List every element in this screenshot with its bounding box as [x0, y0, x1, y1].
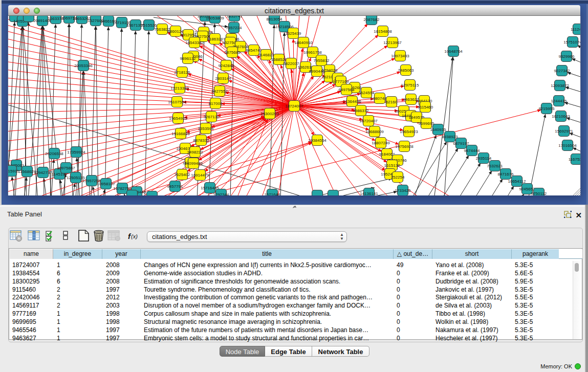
- svg-text:1292344: 1292344: [213, 192, 229, 196]
- svg-text:8878332: 8878332: [193, 138, 209, 143]
- svg-text:21364436: 21364436: [343, 99, 361, 104]
- svg-text:8427552: 8427552: [211, 89, 228, 94]
- svg-text:18640910: 18640910: [294, 40, 313, 45]
- svg-text:9750112: 9750112: [531, 191, 547, 196]
- svg-text:8186328: 8186328: [207, 37, 223, 41]
- svg-text:17016504: 17016504: [558, 143, 577, 148]
- svg-text:12975115: 12975115: [401, 83, 420, 87]
- svg-text:7632621: 7632621: [487, 164, 503, 168]
- svg-text:15692971: 15692971: [555, 129, 573, 134]
- svg-text:3498222: 3498222: [187, 150, 203, 155]
- svg-text:9115460: 9115460: [418, 105, 433, 110]
- svg-text:18807249: 18807249: [372, 141, 390, 145]
- svg-text:1835741: 1835741: [226, 16, 243, 18]
- svg-text:252254: 252254: [391, 175, 405, 180]
- svg-text:14136141: 14136141: [360, 191, 378, 196]
- svg-text:1112480: 1112480: [571, 27, 580, 32]
- svg-text:9146821: 9146821: [258, 53, 274, 57]
- svg-text:9777169: 9777169: [333, 79, 349, 84]
- svg-text:19384554: 19384554: [308, 138, 326, 143]
- svg-text:10975867: 10975867: [57, 166, 75, 170]
- svg-text:2087682: 2087682: [363, 17, 380, 22]
- svg-text:10958107: 10958107: [97, 182, 115, 186]
- svg-text:9457791: 9457791: [167, 184, 183, 189]
- svg-text:10654112: 10654112: [508, 179, 527, 184]
- svg-text:16053809: 16053809: [206, 16, 224, 20]
- svg-text:8813054: 8813054: [266, 17, 282, 21]
- svg-text:3267130: 3267130: [203, 115, 220, 119]
- svg-text:9896132: 9896132: [180, 56, 196, 61]
- svg-text:19166825: 19166825: [171, 132, 190, 136]
- svg-text:20206538: 20206538: [45, 151, 63, 156]
- svg-text:1244415: 1244415: [551, 99, 567, 103]
- svg-text:18724007: 18724007: [285, 104, 303, 108]
- svg-text:1640935: 1640935: [430, 127, 446, 132]
- svg-text:2718126: 2718126: [174, 70, 190, 75]
- svg-text:7485063: 7485063: [398, 68, 414, 73]
- svg-text:16154808: 16154808: [374, 29, 392, 34]
- svg-text:8215955: 8215955: [538, 106, 555, 111]
- svg-text:5875685: 5875685: [224, 50, 241, 55]
- svg-text:12093872: 12093872: [551, 83, 569, 88]
- svg-text:1733426: 1733426: [395, 188, 411, 193]
- svg-text:1353594: 1353594: [198, 126, 214, 131]
- svg-text:7625402: 7625402: [174, 172, 190, 177]
- svg-text:16914479: 16914479: [191, 173, 209, 178]
- svg-text:15720407: 15720407: [359, 119, 378, 123]
- svg-text:10688609: 10688609: [365, 129, 384, 134]
- svg-text:1167533: 1167533: [569, 157, 580, 162]
- svg-text:19654923: 19654923: [400, 129, 418, 134]
- svg-text:9242848: 9242848: [218, 63, 234, 68]
- svg-text:17359924: 17359924: [67, 150, 85, 155]
- svg-text:12213967: 12213967: [383, 40, 402, 45]
- svg-text:9329966: 9329966: [558, 54, 575, 59]
- svg-text:6879197: 6879197: [453, 141, 469, 146]
- svg-text:14099489: 14099489: [184, 161, 203, 166]
- svg-text:7986372: 7986372: [353, 108, 369, 113]
- svg-text:19756928: 19756928: [395, 144, 413, 149]
- svg-text:1615132: 1615132: [384, 163, 400, 168]
- svg-text:7857224: 7857224: [226, 26, 242, 30]
- svg-text:62160: 62160: [386, 100, 398, 104]
- svg-text:1571648: 1571648: [264, 192, 280, 196]
- svg-text:10973493: 10973493: [391, 54, 409, 58]
- svg-text:19654925: 19654925: [169, 116, 187, 121]
- svg-text:15751074: 15751074: [563, 40, 580, 45]
- svg-text:6497568: 6497568: [338, 87, 355, 92]
- svg-text:(x): (x): [131, 233, 138, 239]
- svg-text:16210643: 16210643: [552, 114, 570, 119]
- svg-text:9245652: 9245652: [519, 187, 535, 191]
- svg-text:12942737: 12942737: [34, 170, 52, 175]
- svg-text:10961758: 10961758: [303, 50, 322, 55]
- svg-text:8454749: 8454749: [246, 48, 262, 53]
- svg-text:16107554: 16107554: [168, 100, 186, 104]
- svg-text:9699695: 9699695: [418, 121, 434, 126]
- svg-text:12213389: 12213389: [170, 86, 189, 91]
- svg-text:2935114: 2935114: [476, 156, 492, 161]
- svg-text:9474444: 9474444: [464, 148, 480, 153]
- svg-text:7955812: 7955812: [313, 58, 330, 63]
- svg-text:25300203: 25300203: [260, 112, 279, 116]
- svg-text:8938923: 8938923: [442, 135, 458, 139]
- svg-text:10648764: 10648764: [444, 49, 463, 54]
- svg-text:8471676: 8471676: [497, 172, 514, 177]
- svg-text:9227342: 9227342: [554, 69, 570, 73]
- svg-text:16543382: 16543382: [185, 40, 204, 45]
- svg-text:20053346: 20053346: [74, 63, 93, 68]
- svg-text:817006: 817006: [209, 101, 223, 106]
- svg-text:1325419: 1325419: [285, 31, 301, 36]
- svg-text:3624554: 3624554: [358, 91, 375, 95]
- svg-text:2803144: 2803144: [215, 76, 231, 81]
- svg-text:5822037: 5822037: [283, 61, 299, 66]
